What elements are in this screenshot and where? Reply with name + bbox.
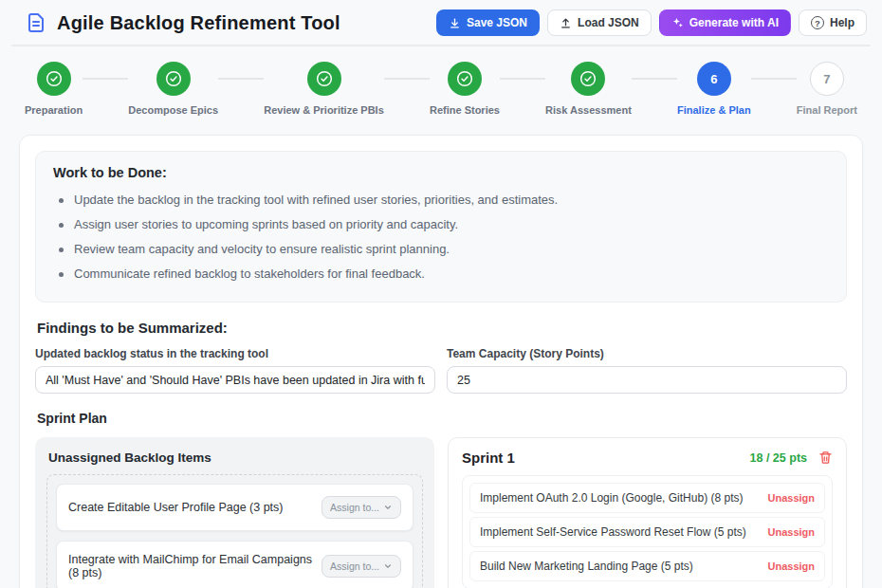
unassign-button[interactable]: Unassign — [767, 560, 815, 572]
step-connector — [500, 78, 545, 80]
save-json-label: Save JSON — [467, 16, 527, 29]
assign-to-select[interactable]: Assign to... — [322, 496, 401, 519]
main-content-card: Work to be Done: Update the backlog in t… — [19, 135, 863, 588]
sprint-1-points: 18 / 25 pts — [750, 451, 807, 465]
team-capacity-label: Team Capacity (Story Points) — [447, 347, 847, 360]
load-json-button[interactable]: Load JSON — [547, 9, 652, 36]
step-6-circle: 6 — [697, 62, 731, 96]
findings-fields: Updated backlog status in the tracking t… — [35, 347, 847, 394]
step-7-label: Final Report — [797, 104, 857, 116]
backlog-item[interactable]: Create Editable User Profile Page (3 pts… — [56, 484, 413, 531]
step-7-circle: 7 — [810, 62, 844, 96]
step-final-report[interactable]: 7 Final Report — [797, 62, 857, 116]
sprint-1-name: Sprint 1 — [462, 450, 515, 466]
work-item: Review team capacity and velocity to ens… — [53, 237, 829, 262]
sprint-1-header-right: 18 / 25 pts — [750, 450, 833, 465]
field-backlog-status: Updated backlog status in the tracking t… — [35, 347, 435, 394]
backlog-status-label: Updated backlog status in the tracking t… — [35, 347, 435, 360]
check-circle-icon — [314, 68, 335, 89]
step-preparation[interactable]: Preparation — [25, 62, 83, 116]
backlog-status-input[interactable] — [35, 366, 435, 394]
sprint-column: Sprint 1 18 / 25 pts — [448, 437, 847, 588]
step-4-circle — [448, 62, 482, 96]
work-list: Update the backlog in the tracking tool … — [53, 188, 829, 286]
step-finalize-plan[interactable]: 6 Finalize & Plan — [677, 62, 751, 116]
generate-ai-button[interactable]: Generate with AI — [659, 9, 791, 36]
step-2-circle — [156, 62, 191, 96]
check-circle-icon — [454, 68, 475, 89]
field-team-capacity: Team Capacity (Story Points) — [447, 347, 847, 394]
step-5-label: Risk Assessment — [545, 104, 632, 116]
step-connector — [83, 78, 128, 80]
sprint-1-item-list: Implement OAuth 2.0 Login (Google, GitHu… — [462, 475, 833, 588]
work-item: Assign user stories to upcoming sprints … — [53, 212, 829, 237]
unassigned-dropzone[interactable]: Create Editable User Profile Page (3 pts… — [46, 474, 423, 588]
step-5-circle — [571, 62, 605, 96]
unassign-button[interactable]: Unassign — [767, 526, 815, 538]
step-3-circle — [307, 62, 341, 96]
step-connector — [751, 78, 797, 80]
assign-select-label: Assign to... — [330, 502, 379, 513]
step-3-label: Review & Prioritize PBIs — [264, 104, 384, 116]
save-json-button[interactable]: Save JSON — [436, 9, 540, 36]
sprint-item[interactable]: Implement Self-Service Password Reset Fl… — [469, 517, 825, 547]
sparkles-icon — [671, 17, 684, 29]
chevron-down-icon — [383, 503, 393, 512]
wizard-stepper: Preparation Decompose Epics Review & Pri… — [0, 46, 882, 116]
check-circle-icon — [44, 68, 64, 89]
check-circle-icon — [578, 68, 598, 89]
work-item: Update the backlog in the tracking tool … — [53, 188, 829, 212]
backlog-item-text: Integrate with MailChimp for Email Campa… — [68, 553, 314, 579]
sprint-item-text: Implement OAuth 2.0 Login (Google, GitHu… — [480, 491, 743, 505]
help-icon: ? — [811, 16, 824, 29]
check-circle-icon — [163, 68, 184, 89]
sprint-item[interactable]: Implement OAuth 2.0 Login (Google, GitHu… — [469, 483, 825, 513]
work-to-be-done-box: Work to be Done: Update the backlog in t… — [35, 151, 847, 303]
backlog-item[interactable]: Integrate with MailChimp for Email Campa… — [56, 541, 413, 588]
unassigned-backlog-panel: Unassigned Backlog Items Create Editable… — [35, 437, 434, 588]
sprint-1-panel: Sprint 1 18 / 25 pts — [448, 437, 847, 588]
help-button[interactable]: ? Help — [799, 9, 867, 36]
sprint-item-text: Build New Marketing Landing Page (5 pts) — [480, 560, 693, 573]
assign-to-select[interactable]: Assign to... — [322, 555, 401, 578]
backlog-item-text: Create Editable User Profile Page (3 pts… — [68, 501, 284, 514]
step-6-label: Finalize & Plan — [677, 104, 751, 116]
sprint-plan-grid: Unassigned Backlog Items Create Editable… — [35, 437, 847, 588]
work-heading: Work to be Done: — [53, 165, 829, 180]
unassign-button[interactable]: Unassign — [767, 492, 815, 504]
step-decompose-epics[interactable]: Decompose Epics — [128, 62, 218, 116]
upload-icon — [560, 17, 572, 29]
step-connector — [632, 78, 677, 80]
team-capacity-input[interactable] — [447, 366, 847, 394]
assign-select-label: Assign to... — [330, 560, 379, 572]
step-review-prioritize[interactable]: Review & Prioritize PBIs — [264, 62, 384, 116]
header-actions: Save JSON Load JSON Generate with AI ? H… — [436, 9, 867, 36]
step-1-circle — [37, 62, 71, 96]
step-risk-assessment[interactable]: Risk Assessment — [545, 62, 632, 116]
delete-sprint-button[interactable] — [818, 450, 833, 465]
step-connector — [384, 78, 430, 80]
chevron-down-icon — [383, 561, 393, 571]
step-4-label: Refine Stories — [430, 104, 500, 116]
step-2-label: Decompose Epics — [128, 104, 218, 116]
sprint-plan-heading: Sprint Plan — [37, 411, 845, 426]
help-label: Help — [830, 16, 854, 29]
sprint-1-header: Sprint 1 18 / 25 pts — [462, 450, 833, 466]
load-json-label: Load JSON — [578, 16, 639, 29]
app-header: Agile Backlog Refinement Tool Save JSON … — [0, 0, 882, 45]
trash-icon — [818, 450, 833, 465]
step-refine-stories[interactable]: Refine Stories — [430, 62, 500, 116]
generate-ai-label: Generate with AI — [689, 16, 779, 29]
document-icon — [25, 11, 47, 34]
step-1-label: Preparation — [25, 104, 83, 116]
sprint-item-text: Implement Self-Service Password Reset Fl… — [480, 525, 746, 539]
title-wrap: Agile Backlog Refinement Tool — [25, 11, 340, 34]
sprint-item[interactable]: Build New Marketing Landing Page (5 pts)… — [469, 551, 825, 581]
download-icon — [449, 17, 461, 29]
step-connector — [218, 78, 264, 80]
page-title: Agile Backlog Refinement Tool — [57, 12, 340, 34]
work-item: Communicate refined backlog to stakehold… — [53, 262, 829, 286]
findings-heading: Findings to be Summarized: — [37, 320, 845, 336]
unassigned-heading: Unassigned Backlog Items — [48, 450, 421, 465]
